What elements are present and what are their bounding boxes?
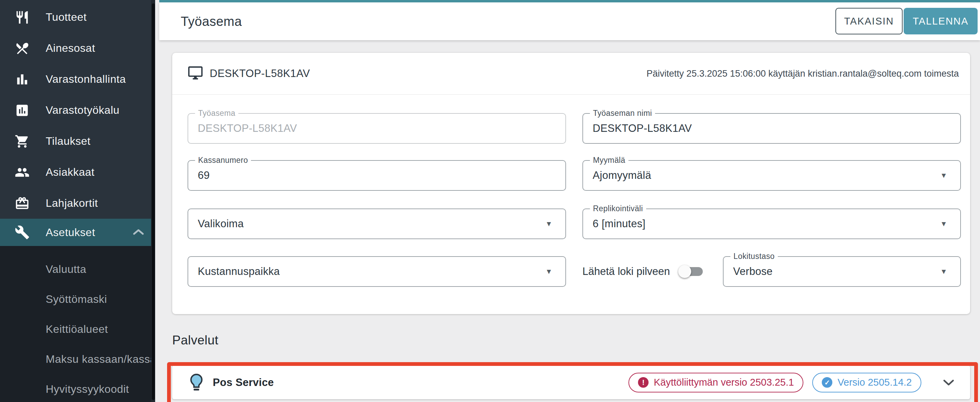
ingredients-icon xyxy=(14,41,30,56)
sidebar-item-label: Ainesosat xyxy=(46,42,95,54)
gift-icon xyxy=(14,196,30,211)
services-heading: Palvelut xyxy=(172,333,219,348)
cart-icon xyxy=(14,133,30,149)
workstation-card-header: DESKTOP-L58K1AV Päivitetty 25.3.2025 15:… xyxy=(172,53,970,95)
field-value: Valikoima xyxy=(198,218,244,230)
sub-item-label: Maksu kassaan/kassa xyxy=(46,353,155,366)
page-title: Työasema xyxy=(181,14,242,28)
sub-item-label: Syöttömaski xyxy=(46,293,107,305)
store-select[interactable]: Myymälä Ajomyymälä ▼ xyxy=(582,160,961,191)
updated-info: Päivitetty 25.3.2025 15:06:00 käyttäjän … xyxy=(646,68,959,79)
sidebar-scrollbar-thumb[interactable] xyxy=(152,3,155,400)
log-level-select[interactable]: Lokitustaso Verbose ▼ xyxy=(723,256,961,287)
version-text: Versio 2505.14.2 xyxy=(837,377,912,388)
dropdown-arrow-icon: ▼ xyxy=(940,171,947,180)
dropdown-arrow-icon: ▼ xyxy=(940,220,947,228)
workstation-card: DESKTOP-L58K1AV Päivitetty 25.3.2025 15:… xyxy=(172,53,970,314)
monitor-icon xyxy=(188,65,203,82)
replication-interval-select[interactable]: Replikointiväli 6 [minutes] ▼ xyxy=(582,209,961,239)
sidebar-item-varastotyokalu[interactable]: Varastotyökalu xyxy=(0,95,155,126)
check-icon: ✓ xyxy=(822,377,832,388)
sidebar-item-keittioalueet[interactable]: Keittiöalueet xyxy=(0,314,155,344)
assortment-select[interactable]: Valikoima ▼ xyxy=(188,209,566,239)
sidebar-item-lahjakortit[interactable]: Lahjakortit xyxy=(0,188,155,219)
field-label: Työaseman nimi xyxy=(590,109,655,118)
settings-submenu: Valuutta Syöttömaski Keittiöalueet Maksu… xyxy=(0,246,155,402)
field-value: 69 xyxy=(198,169,210,182)
cost-center-select[interactable]: Kustannuspaikka ▼ xyxy=(188,256,566,287)
people-icon xyxy=(14,165,30,180)
sidebar-item-label: Asetukset xyxy=(46,226,95,239)
sidebar-item-label: Tilaukset xyxy=(46,135,91,147)
assessment-icon xyxy=(14,103,30,118)
version-badge[interactable]: ✓ Versio 2505.14.2 xyxy=(812,373,921,393)
sidebar-item-syottomaski[interactable]: Syöttömaski xyxy=(0,284,155,314)
field-value: DESKTOP-L58K1AV xyxy=(593,122,692,135)
page-header: Työasema TAKAISIN TALLENNA xyxy=(159,2,980,40)
field-label: Myymälä xyxy=(590,156,628,165)
main-area: Työasema TAKAISIN TALLENNA DESKTOP-L58K1… xyxy=(159,0,980,402)
field-value: Ajomyymälä xyxy=(593,169,651,182)
sidebar-item-tuotteet[interactable]: Tuotteet xyxy=(0,2,155,33)
field-value: Verbose xyxy=(733,265,773,278)
sidebar: Tuotteet Ainesosat Varastonhallinta Vara… xyxy=(0,0,155,402)
service-badges: ! Käyttöliittymän versio 2503.25.1 ✓ Ver… xyxy=(628,373,955,393)
send-log-toggle[interactable] xyxy=(679,265,703,278)
service-name: Pos Service xyxy=(213,377,274,389)
error-icon: ! xyxy=(638,377,649,388)
sidebar-item-asetukset[interactable]: Asetukset xyxy=(0,219,155,246)
workstation-field: Työasema DESKTOP-L58K1AV xyxy=(188,113,566,144)
ui-version-badge[interactable]: ! Käyttöliittymän versio 2503.25.1 xyxy=(628,373,803,393)
field-value: Kustannuspaikka xyxy=(198,265,280,278)
wrench-icon xyxy=(14,225,30,240)
chevron-down-icon[interactable] xyxy=(942,378,955,387)
field-value: DESKTOP-L58K1AV xyxy=(198,122,297,135)
dropdown-arrow-icon: ▼ xyxy=(545,267,552,275)
workstation-name-field[interactable]: Työaseman nimi DESKTOP-L58K1AV xyxy=(582,113,961,144)
pos-service-row[interactable]: Pos Service ! Käyttöliittymän versio 250… xyxy=(172,366,970,399)
lightbulb-icon xyxy=(189,374,204,392)
sidebar-item-maksu-kassaan[interactable]: Maksu kassaan/kassa xyxy=(0,344,155,374)
dropdown-arrow-icon: ▼ xyxy=(545,220,552,228)
sidebar-item-asiakkaat[interactable]: Asiakkaat xyxy=(0,157,155,188)
sub-item-label: Hyvityssyykoodit xyxy=(46,383,129,396)
back-button[interactable]: TAKAISIN xyxy=(835,8,903,35)
send-log-label: Lähetä loki pilveen xyxy=(582,265,670,278)
sidebar-item-tilaukset[interactable]: Tilaukset xyxy=(0,126,155,157)
sub-item-label: Keittiöalueet xyxy=(46,323,108,336)
sidebar-item-label: Lahjakortit xyxy=(46,197,98,209)
sidebar-item-label: Varastotyökalu xyxy=(46,104,119,117)
dropdown-arrow-icon: ▼ xyxy=(940,267,947,275)
restaurant-icon xyxy=(14,9,30,25)
sidebar-item-ainesosat[interactable]: Ainesosat xyxy=(0,33,155,64)
save-button[interactable]: TALLENNA xyxy=(904,8,978,35)
top-accent-bar xyxy=(159,0,980,2)
sidebar-item-label: Asiakkaat xyxy=(46,166,94,179)
field-value: 6 [minutes] xyxy=(593,218,646,230)
bar-chart-icon xyxy=(14,71,30,87)
chevron-up-icon xyxy=(133,226,144,239)
sidebar-item-hyvityssyykoodit[interactable]: Hyvityssyykoodit xyxy=(0,374,155,402)
toggle-thumb xyxy=(678,265,691,278)
sidebar-scrollbar-track[interactable] xyxy=(151,0,155,402)
sidebar-item-varastonhallinta[interactable]: Varastonhallinta xyxy=(0,64,155,95)
field-label: Kassanumero xyxy=(195,156,251,165)
field-label: Lokitustaso xyxy=(730,252,778,261)
ui-version-text: Käyttöliittymän versio 2503.25.1 xyxy=(654,377,794,388)
sidebar-item-valuutta[interactable]: Valuutta xyxy=(0,254,155,284)
register-number-field[interactable]: Kassanumero 69 xyxy=(188,160,566,191)
device-name: DESKTOP-L58K1AV xyxy=(210,68,310,80)
sub-item-label: Valuutta xyxy=(46,263,86,275)
sidebar-item-label: Tuotteet xyxy=(46,11,87,24)
field-label: Replikointiväli xyxy=(590,204,646,213)
sidebar-item-label: Varastonhallinta xyxy=(46,73,126,85)
field-label: Työasema xyxy=(195,109,239,118)
